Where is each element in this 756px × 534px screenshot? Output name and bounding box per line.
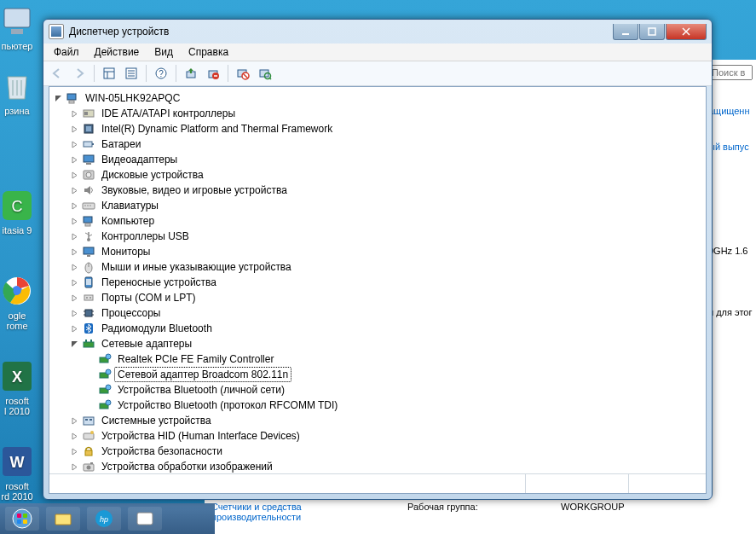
expand-icon[interactable] [67, 460, 81, 473]
expand-icon[interactable] [67, 429, 81, 443]
help-button[interactable]: ? [151, 63, 171, 84]
menu-view[interactable]: Вид [147, 44, 180, 60]
tree-category[interactable]: Процессоры [51, 305, 704, 321]
tree-category[interactable]: Переносные устройства [51, 275, 704, 290]
svg-point-86 [106, 354, 111, 359]
usb-icon [82, 229, 95, 243]
expand-icon[interactable] [67, 137, 81, 151]
svg-rect-76 [85, 310, 92, 316]
svg-text:X: X [12, 369, 22, 386]
expand-icon[interactable] [67, 153, 81, 166]
tree-category[interactable]: Мониторы [51, 244, 704, 259]
close-button[interactable] [666, 24, 707, 40]
tree-item-label: Звуковые, видео и игровые устройства [98, 183, 291, 198]
svg-point-13 [13, 509, 32, 528]
svg-rect-93 [84, 417, 94, 425]
tree-item-label: Дисковые устройства [98, 167, 207, 183]
expand-icon[interactable] [67, 260, 81, 274]
taskbar-app[interactable] [128, 507, 162, 531]
desktop-icon[interactable]: Xrosoft l 2010 [0, 358, 43, 416]
start-button[interactable] [5, 507, 39, 531]
expand-icon[interactable] [67, 229, 81, 243]
scan-hardware-button[interactable] [255, 63, 275, 84]
svg-rect-46 [69, 101, 74, 103]
desktop-icon[interactable]: ogle rome [0, 273, 43, 331]
uninstall-button[interactable] [203, 63, 223, 84]
tree-category[interactable]: Мыши и иные указывающие устройства [51, 259, 704, 275]
expand-icon[interactable] [67, 214, 81, 228]
titlebar[interactable]: Диспетчер устройств [43, 20, 712, 44]
taskbar[interactable]: hp [0, 503, 215, 534]
tree-item-label: Устройства HID (Human Interface Devices) [98, 428, 303, 444]
tree-device[interactable]: Сетевой адаптер Broadcom 802.11n [51, 367, 704, 382]
tree-category[interactable]: Батареи [51, 136, 704, 152]
expand-icon[interactable] [67, 183, 81, 197]
tree-item-label: Клавиатуры [98, 198, 162, 213]
menu-help[interactable]: Справка [182, 44, 235, 60]
desktop-icon[interactable]: рзина [0, 68, 43, 116]
side-text: 0GHz 1.6 [708, 246, 753, 256]
desktop-icon[interactable]: пьютер [0, 3, 43, 51]
tree-item-label: Мыши и иные указывающие устройства [98, 259, 295, 275]
device-tree[interactable]: WIN-05LHK92APQCIDE ATA/ATAPI контроллеры… [49, 87, 706, 473]
expand-icon[interactable] [67, 107, 81, 120]
maximize-button[interactable] [639, 24, 665, 40]
expand-icon[interactable] [67, 122, 81, 136]
expand-icon[interactable] [67, 291, 81, 305]
tree-category[interactable]: Системные устройства [51, 413, 704, 428]
desktop-icon[interactable]: Wrosoft rd 2010 [0, 444, 43, 502]
menu-action[interactable]: Действие [88, 44, 147, 60]
tree-category[interactable]: Устройства HID (Human Interface Devices) [51, 428, 704, 444]
pc-icon [66, 91, 79, 105]
minimize-button[interactable] [613, 24, 638, 40]
taskbar-explorer[interactable] [46, 507, 80, 531]
tree-item-label: Realtek PCIe FE Family Controller [114, 351, 277, 367]
update-driver-button[interactable] [181, 63, 201, 84]
svg-rect-94 [85, 419, 88, 421]
tree-category[interactable]: Видеоадаптеры [51, 152, 704, 167]
menu-file[interactable]: Файл [47, 44, 86, 60]
expand-icon[interactable] [67, 414, 81, 427]
perf-link[interactable]: Счетчики и средства производительности [211, 502, 390, 532]
tree-category[interactable]: Сетевые адаптеры [51, 336, 704, 351]
menubar[interactable]: Файл Действие Вид Справка [43, 44, 712, 61]
tree-device[interactable]: Realtek PCIe FE Family Controller [51, 351, 704, 367]
svg-rect-18 [55, 514, 71, 525]
expand-icon[interactable] [67, 168, 81, 182]
tree-category[interactable]: Компьютер [51, 213, 704, 229]
tree-category[interactable]: Контроллеры USB [51, 229, 704, 244]
search-input[interactable] [708, 65, 753, 80]
tree-category[interactable]: IDE ATA/ATAPI контроллеры [51, 106, 704, 121]
tree-device[interactable]: Устройство Bluetooth (протокол RFCOMM TD… [51, 398, 704, 413]
svg-rect-16 [17, 519, 21, 524]
tree-category[interactable]: Устройства обработки изображений [51, 459, 704, 473]
collapse-icon[interactable] [67, 337, 81, 351]
expand-icon[interactable] [67, 199, 81, 212]
tree-device[interactable]: Устройства Bluetooth (личной сети) [51, 382, 704, 398]
expand-icon[interactable] [67, 306, 81, 320]
svg-point-59 [87, 205, 89, 206]
tree-item-label: Видеоадаптеры [98, 152, 181, 167]
disable-button[interactable] [233, 63, 253, 84]
expand-icon[interactable] [67, 322, 81, 335]
properties-button[interactable] [121, 63, 141, 84]
tree-category[interactable]: Дисковые устройства [51, 167, 704, 183]
tree-category[interactable]: Устройства безопасности [51, 444, 704, 459]
svg-rect-82 [84, 342, 94, 347]
tree-root[interactable]: WIN-05LHK92APQC [51, 90, 704, 106]
tree-category[interactable]: Радиомодули Bluetooth [51, 321, 704, 336]
tree-category[interactable]: Intel(R) Dynamic Platform and Thermal Fr… [51, 121, 704, 136]
tree-category[interactable]: Звуковые, видео и игровые устройства [51, 183, 704, 198]
expand-icon[interactable] [67, 276, 81, 289]
tree-category[interactable]: Клавиатуры [51, 198, 704, 213]
desktop-icon[interactable]: Citasia 9 [0, 188, 43, 235]
expand-icon[interactable] [67, 444, 81, 458]
collapse-icon[interactable] [51, 91, 65, 105]
show-tree-button[interactable] [99, 63, 119, 84]
tree-item-label: Процессоры [98, 305, 164, 321]
expand-icon[interactable] [67, 245, 81, 258]
tree-category[interactable]: Порты (COM и LPT) [51, 290, 704, 305]
display-icon [82, 153, 95, 166]
tree-item-label: Порты (COM и LPT) [98, 290, 199, 305]
taskbar-hp[interactable]: hp [87, 507, 121, 531]
